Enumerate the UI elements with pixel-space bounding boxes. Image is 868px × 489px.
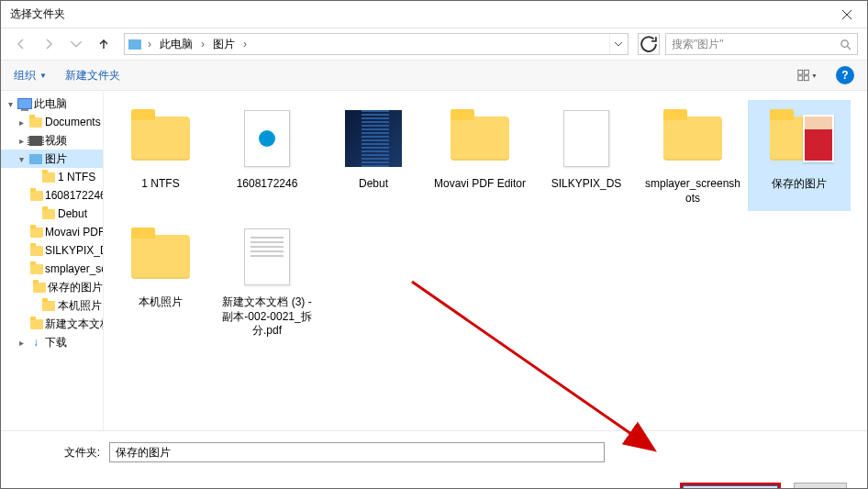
- title-bar: 选择文件夹: [1, 1, 867, 28]
- tree-item[interactable]: SILKYPIX_DS: [1, 241, 103, 260]
- item-label: smplayer_screenshots: [643, 177, 742, 206]
- folder-icon: [30, 225, 43, 239]
- grid-item[interactable]: 1 NTFS: [109, 100, 212, 211]
- folder-icon: [33, 280, 46, 295]
- picture-icon: [28, 151, 43, 166]
- tree-item-label: Documents: [45, 116, 101, 128]
- chevron-down-icon: ▼: [39, 72, 47, 80]
- organize-menu[interactable]: 组织 ▼: [14, 68, 47, 83]
- search-icon: [840, 39, 851, 50]
- tree-item[interactable]: 1 NTFS: [1, 168, 103, 186]
- download-icon: ↓: [28, 335, 43, 350]
- refresh-icon: [639, 34, 659, 54]
- folder-name-input[interactable]: [109, 442, 605, 462]
- breadcrumb-current[interactable]: 图片: [209, 35, 239, 54]
- content-panel[interactable]: 1 NTFS1608172246DebutMovavi PDF EditorSI…: [104, 91, 867, 430]
- expander-icon[interactable]: ▾: [16, 154, 27, 164]
- pc-icon: [17, 96, 32, 111]
- folder-icon: [30, 261, 43, 276]
- history-dropdown[interactable]: [65, 33, 87, 55]
- item-thumbnail: [660, 106, 726, 172]
- grid-item[interactable]: 1608172246: [216, 100, 318, 211]
- chevron-right-icon: ›: [145, 38, 154, 50]
- item-label: Debut: [359, 177, 388, 192]
- item-thumbnail: [766, 106, 832, 172]
- search-placeholder: 搜索"图片": [672, 37, 834, 52]
- nav-bar: › 此电脑 › 图片 › 搜索"图片": [1, 28, 867, 60]
- grid-item[interactable]: 保存的图片: [748, 100, 851, 211]
- tree-item[interactable]: Debut: [1, 205, 103, 223]
- forward-button[interactable]: [38, 33, 60, 55]
- tree-item[interactable]: 新建文本文档: [1, 315, 103, 333]
- back-button[interactable]: [10, 33, 32, 55]
- select-folder-button[interactable]: 选择此文件夹: [680, 483, 781, 489]
- view-mode-button[interactable]: ▼: [797, 65, 818, 85]
- tree-item-label: 图片: [45, 151, 67, 167]
- grid-item[interactable]: Debut: [322, 100, 425, 211]
- item-label: 保存的图片: [772, 177, 827, 192]
- tree-item[interactable]: 保存的图片: [1, 278, 103, 296]
- grid-item[interactable]: 新建文本文档 (3) - 副本-002-0021_拆分.pdf: [216, 218, 318, 344]
- video-icon: [28, 133, 43, 148]
- item-label: SILKYPIX_DS: [551, 177, 622, 192]
- new-folder-button[interactable]: 新建文件夹: [65, 68, 120, 83]
- grid-item[interactable]: Movavi PDF Editor: [428, 100, 531, 211]
- close-icon: [842, 10, 851, 19]
- arrow-right-icon: [42, 38, 55, 50]
- folder-field-label: 文件夹:: [17, 445, 100, 461]
- expander-icon[interactable]: ▸: [16, 338, 27, 348]
- tree-item-label: 视频: [45, 133, 67, 149]
- breadcrumb-root[interactable]: 此电脑: [156, 35, 196, 54]
- breadcrumb-dropdown[interactable]: [609, 34, 626, 54]
- footer: 文件夹: 选择此文件夹 取消: [1, 430, 867, 489]
- tree-item[interactable]: ▸视频: [1, 131, 103, 150]
- tree-item-label: Movavi PDF Editor: [45, 226, 104, 239]
- svg-rect-2: [804, 70, 808, 74]
- folder-icon: [28, 115, 43, 129]
- expander-icon[interactable]: ▾: [5, 99, 16, 109]
- item-thumbnail: [128, 224, 194, 290]
- tree-item[interactable]: 1608172246: [1, 186, 103, 205]
- folder-icon: [41, 170, 56, 184]
- arrow-left-icon: [15, 38, 28, 50]
- tree-item[interactable]: 本机照片: [1, 296, 103, 315]
- tree-item[interactable]: Movavi PDF Editor: [1, 223, 103, 241]
- expander-icon[interactable]: ▸: [16, 136, 27, 146]
- item-thumbnail: [447, 106, 513, 172]
- chevron-right-icon: ›: [198, 38, 207, 50]
- help-button[interactable]: ?: [836, 66, 854, 84]
- new-folder-label: 新建文件夹: [65, 68, 120, 83]
- tree-item[interactable]: ▸Documents: [1, 113, 103, 131]
- refresh-button[interactable]: [638, 33, 660, 55]
- folder-icon: [30, 188, 43, 203]
- grid-item[interactable]: SILKYPIX_DS: [535, 100, 638, 211]
- item-label: Movavi PDF Editor: [434, 177, 526, 192]
- close-button[interactable]: [826, 1, 867, 28]
- cancel-button[interactable]: 取消: [794, 483, 847, 489]
- item-thumbnail: [553, 106, 619, 172]
- breadcrumb[interactable]: › 此电脑 › 图片 ›: [124, 33, 629, 55]
- tree-item[interactable]: ▸↓下载: [1, 333, 103, 351]
- expander-icon[interactable]: ▸: [16, 117, 27, 128]
- chevron-down-icon: [614, 41, 623, 47]
- tree-item-label: 保存的图片: [48, 280, 103, 295]
- tree-item-label: smplayer_screenshots: [45, 262, 104, 275]
- up-button[interactable]: [93, 33, 115, 55]
- folder-icon: [41, 206, 56, 221]
- chevron-down-icon: [70, 38, 83, 50]
- body: ▾此电脑▸Documents▸视频▾图片1 NTFS1608172246Debu…: [1, 91, 867, 430]
- item-label: 1608172246: [237, 177, 298, 192]
- item-thumbnail: [234, 106, 300, 172]
- tree-item-label: 1 NTFS: [58, 171, 95, 183]
- item-label: 1 NTFS: [141, 177, 179, 192]
- tree-item[interactable]: ▾此电脑: [1, 94, 103, 113]
- grid-item[interactable]: smplayer_screenshots: [641, 100, 744, 211]
- tree-panel[interactable]: ▾此电脑▸Documents▸视频▾图片1 NTFS1608172246Debu…: [1, 91, 104, 430]
- window-title: 选择文件夹: [10, 6, 826, 22]
- svg-rect-3: [798, 76, 803, 81]
- search-input[interactable]: 搜索"图片": [665, 33, 858, 55]
- tree-item[interactable]: smplayer_screenshots: [1, 260, 103, 278]
- tree-item[interactable]: ▾图片: [1, 150, 103, 168]
- grid-item[interactable]: 本机照片: [109, 218, 212, 344]
- toolbar: 组织 ▼ 新建文件夹 ▼ ?: [1, 60, 867, 91]
